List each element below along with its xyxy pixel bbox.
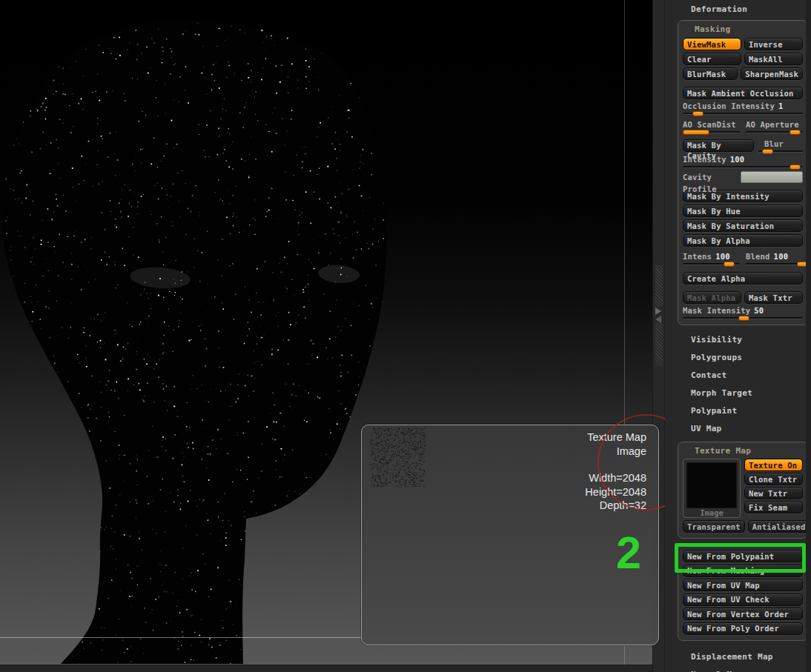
- clear-button[interactable]: Clear: [683, 53, 741, 65]
- slider-track[interactable]: [746, 263, 803, 265]
- slider-handle[interactable]: [683, 130, 709, 135]
- divider-grip-texture[interactable]: [655, 323, 663, 366]
- mask-by-hue-button[interactable]: Mask By Hue: [683, 204, 803, 217]
- popup-line: Width=2048: [585, 471, 646, 485]
- canvas-bottom-edge: [0, 665, 652, 672]
- mask-by-alpha-button[interactable]: Mask By Alpha: [683, 234, 803, 247]
- create-alpha-button[interactable]: Create Alpha: [683, 272, 803, 285]
- new-from-uv-check-button[interactable]: New From UV Check: [683, 593, 803, 606]
- slider-handle[interactable]: [790, 130, 801, 135]
- slider-handle[interactable]: [692, 111, 704, 116]
- new-from-polypaint-button[interactable]: New From Polypaint: [683, 550, 803, 562]
- texture-map-subpalette: Texture Map Image Texture On Clone Txtr …: [678, 442, 808, 539]
- section-header-contact[interactable]: Contact: [665, 367, 811, 385]
- slider-handle[interactable]: [790, 164, 801, 170]
- section-header-uv-map[interactable]: UV Map: [665, 420, 811, 438]
- section-header-visibility[interactable]: Visibility: [665, 331, 811, 349]
- popup-line: Texture Map: [585, 430, 646, 445]
- texture-info-popup: Texture Map Image Width=2048 Height=2048…: [361, 425, 659, 645]
- slider-track[interactable]: [683, 113, 803, 115]
- new-from-masking-button[interactable]: New From Masking: [683, 565, 803, 577]
- slider-track[interactable]: [683, 263, 740, 265]
- tool-panel: Deformation Masking ViewMask Inverse Cle…: [665, 0, 811, 672]
- slider-track[interactable]: [758, 150, 803, 153]
- new-from-vertex-order-button[interactable]: New From Vertex Order: [683, 608, 803, 620]
- clone-txtr-button[interactable]: Clone Txtr: [744, 473, 803, 485]
- section-header-deformation[interactable]: Deformation: [665, 4, 811, 16]
- mask-txtr-button[interactable]: Mask Txtr: [744, 291, 803, 304]
- maskall-button[interactable]: MaskAll: [744, 53, 803, 65]
- mask-ambient-occlusion-button[interactable]: Mask Ambient Occlusion: [683, 87, 803, 99]
- section-header-polypaint[interactable]: Polypaint: [665, 402, 811, 420]
- section-header-polygroups[interactable]: Polygroups: [665, 349, 811, 367]
- slider-track[interactable]: [683, 166, 803, 168]
- slider-handle[interactable]: [724, 262, 735, 267]
- mask-alpha-button[interactable]: Mask Alpha: [683, 291, 741, 304]
- blend-slider[interactable]: Blend 100: [746, 252, 803, 265]
- popup-line: Height=2048: [585, 485, 646, 499]
- new-from-subpalette: New From Polypaint New From Masking New …: [678, 544, 808, 641]
- mask-by-cavity-button[interactable]: Mask By Cavity: [683, 139, 754, 152]
- popup-line: Image: [585, 445, 646, 459]
- divider-grip-texture[interactable]: [655, 265, 663, 307]
- popup-line: Depth=32: [585, 499, 646, 513]
- zbrush-window: Texture Map Image Width=2048 Height=2048…: [0, 0, 811, 672]
- section-header-masking[interactable]: Masking: [683, 24, 803, 36]
- inverse-button[interactable]: Inverse: [744, 38, 803, 50]
- slider-track[interactable]: [683, 131, 740, 133]
- ao-scandist-slider[interactable]: AO ScanDist: [683, 120, 740, 133]
- cavity-profile-curve[interactable]: [741, 171, 803, 183]
- blurmask-button[interactable]: BlurMask: [683, 67, 738, 80]
- section-header-texture-map[interactable]: Texture Map: [683, 446, 803, 457]
- divider-arrow-right-icon[interactable]: [655, 307, 661, 315]
- mask-intensity-slider[interactable]: Mask Intensity 50: [683, 306, 803, 319]
- slider-handle[interactable]: [738, 316, 749, 321]
- cavity-blur-slider[interactable]: Blur: [758, 139, 803, 153]
- mask-by-intensity-button[interactable]: Mask By Intensity: [683, 190, 803, 202]
- texture-image-preview: [686, 462, 737, 508]
- ao-aperture-slider[interactable]: AO Aperture: [746, 120, 803, 133]
- slider-track[interactable]: [746, 131, 803, 133]
- slider-handle[interactable]: [762, 149, 773, 154]
- new-txtr-button[interactable]: New Txtr: [744, 487, 803, 499]
- section-header-morph-target[interactable]: Morph Target: [665, 385, 811, 402]
- annotation-step-number: 2: [616, 530, 641, 576]
- intens-slider[interactable]: Intens 100: [683, 252, 740, 265]
- fix-seam-button[interactable]: Fix Seam: [744, 501, 803, 513]
- divider-arrow-left-icon[interactable]: [655, 316, 661, 323]
- section-header-normal-map[interactable]: Normal Map: [665, 666, 811, 672]
- mask-by-saturation-button[interactable]: Mask By Saturation: [683, 219, 803, 232]
- masking-subpalette: Masking ViewMask Inverse Clear MaskAll B…: [678, 20, 808, 325]
- texture-info-text: Texture Map Image Width=2048 Height=2048…: [585, 430, 646, 513]
- slider-track[interactable]: [683, 317, 803, 319]
- transparent-button[interactable]: Transparent: [683, 520, 745, 533]
- texture-on-button[interactable]: Texture On: [744, 459, 803, 471]
- antialiased-button[interactable]: Antialiased: [748, 520, 810, 533]
- section-header-displacement-map[interactable]: Displacement Map: [665, 648, 811, 666]
- head-silhouette: [2, 19, 387, 664]
- new-from-uv-map-button[interactable]: New From UV Map: [683, 579, 803, 591]
- sharpenmask-button[interactable]: SharpenMask: [741, 67, 803, 80]
- new-from-poly-order-button[interactable]: New From Poly Order: [683, 622, 803, 635]
- texture-noise-thumbnail: [370, 428, 426, 488]
- viewmask-button[interactable]: ViewMask: [683, 38, 741, 50]
- cavity-intensity-slider[interactable]: Intensity 100: [683, 155, 803, 168]
- texture-image-well[interactable]: Image: [683, 459, 741, 518]
- panel-right-edge: [806, 0, 811, 672]
- occlusion-intensity-slider[interactable]: Occlusion Intensity 1: [683, 102, 803, 115]
